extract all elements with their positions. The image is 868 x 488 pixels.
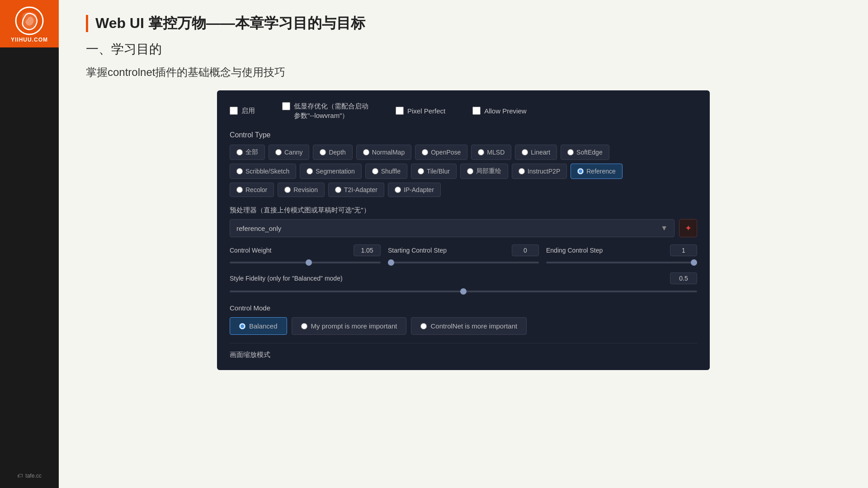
style-fidelity-row: Style Fidelity (only for "Balanced" mode… xyxy=(230,272,697,296)
starting-step-header: Starting Control Step 0 xyxy=(388,244,539,256)
mode-buttons-row: Balanced My prompt is more important Con… xyxy=(230,317,697,335)
bottom-brand-icon: 🏷 xyxy=(17,473,23,479)
ctrl-type-shuffle[interactable]: Shuffle xyxy=(365,164,407,179)
enable-label: 启用 xyxy=(241,107,255,115)
ctrl-type-scribble[interactable]: Scribble/Sketch xyxy=(230,164,296,179)
ending-step-slider-wrapper[interactable] xyxy=(546,258,697,267)
ctrl-type-depth[interactable]: Depth xyxy=(313,145,352,160)
mode-controlnet-label: ControlNet is more important xyxy=(430,322,517,330)
main-content: Web UI 掌控万物——本章学习目的与目标 一、学习目的 掌握controln… xyxy=(59,0,868,488)
dropdown-arrow-icon: ▼ xyxy=(660,224,668,232)
allow-preview-checkbox[interactable] xyxy=(472,107,481,115)
ctrl-type-softedge[interactable]: SoftEdge xyxy=(561,145,609,160)
ctrl-type-reference[interactable]: Reference xyxy=(571,164,623,179)
lowvram-label: 低显存优化（需配合启动参数"--lowvram"） xyxy=(294,101,368,120)
resize-label: 画面缩放模式 xyxy=(230,343,697,359)
ctrl-type-tileblur[interactable]: Tile/Blur xyxy=(411,164,457,179)
star-button[interactable]: ✦ xyxy=(679,219,697,237)
starting-step-slider[interactable] xyxy=(388,262,539,263)
ending-step-label: Ending Control Step xyxy=(546,247,603,254)
ctrl-type-recolor[interactable]: Recolor xyxy=(230,183,274,197)
bottom-brand-text: tafe.cc xyxy=(25,473,41,479)
pixel-perfect-checkbox[interactable] xyxy=(396,107,404,115)
ctrl-type-canny[interactable]: Canny xyxy=(269,145,309,160)
control-weight-slider-wrapper[interactable] xyxy=(230,258,381,267)
control-mode-label: Control Mode xyxy=(230,304,697,312)
pixel-perfect-label: Pixel Perfect xyxy=(407,107,445,115)
ctrl-type-ipadapter[interactable]: IP-Adapter xyxy=(388,183,441,197)
ctrl-type-openpose[interactable]: OpenPose xyxy=(415,145,467,160)
top-options-row: 启用 低显存优化（需配合启动参数"--lowvram"） Pixel Perfe… xyxy=(230,101,697,120)
mode-my-prompt-label: My prompt is more important xyxy=(311,322,397,330)
control-type-row3: Recolor Revision T2I-Adapter IP-Adapter xyxy=(230,183,697,197)
bottom-logo: 🏷 tafe.cc xyxy=(0,473,59,479)
control-type-row2: Scribble/Sketch Segmentation Shuffle Til… xyxy=(230,164,697,179)
preprocessor-label: 预处理器（直接上传模式图或草稿时可选"无"） xyxy=(230,206,697,215)
mode-controlnet-radio[interactable] xyxy=(420,323,427,329)
enable-checkbox[interactable] xyxy=(230,107,238,115)
ending-step-slider[interactable] xyxy=(546,262,697,263)
controlnet-panel: 启用 低显存优化（需配合启动参数"--lowvram"） Pixel Perfe… xyxy=(217,90,710,370)
mode-balanced-radio[interactable] xyxy=(239,323,245,329)
ctrl-type-revision[interactable]: Revision xyxy=(278,183,325,197)
ctrl-type-lineart[interactable]: Lineart xyxy=(515,145,557,160)
ctrl-type-instructp2p[interactable]: InstructP2P xyxy=(512,164,567,179)
ending-step-header: Ending Control Step 1 xyxy=(546,244,697,256)
ending-step-col: Ending Control Step 1 xyxy=(546,244,697,267)
mode-balanced-label: Balanced xyxy=(249,322,278,330)
page-title-row: Web UI 掌控万物——本章学习目的与目标 xyxy=(86,14,841,33)
allow-preview-label: Allow Preview xyxy=(484,107,526,115)
starting-step-col: Starting Control Step 0 xyxy=(388,244,539,267)
lowvram-checkbox[interactable] xyxy=(282,102,290,110)
subtitle: 掌握controlnet插件的基础概念与使用技巧 xyxy=(86,65,841,80)
allow-preview-checkbox-item[interactable]: Allow Preview xyxy=(472,107,526,115)
ctrl-type-mlsd[interactable]: MLSD xyxy=(471,145,511,160)
preprocessor-select-box[interactable]: reference_only ▼ xyxy=(230,219,675,237)
ctrl-type-all[interactable]: 全部 xyxy=(230,145,265,160)
control-type-label: Control Type xyxy=(230,131,697,139)
preprocessor-select-row: reference_only ▼ ✦ xyxy=(230,219,697,237)
ctrl-type-t2i[interactable]: T2I-Adapter xyxy=(328,183,384,197)
pixel-perfect-checkbox-item[interactable]: Pixel Perfect xyxy=(396,107,445,115)
style-fidelity-slider[interactable] xyxy=(230,291,697,292)
mode-balanced[interactable]: Balanced xyxy=(230,317,287,335)
mode-controlnet[interactable]: ControlNet is more important xyxy=(411,317,527,335)
three-sliders-section: Control Weight 1.05 Starting Control Ste… xyxy=(230,244,697,267)
starting-step-value: 0 xyxy=(512,244,539,256)
starting-step-slider-wrapper[interactable] xyxy=(388,258,539,267)
control-type-row1: 全部 Canny Depth NormalMap OpenPose xyxy=(230,145,697,160)
style-fidelity-header: Style Fidelity (only for "Balanced" mode… xyxy=(230,272,697,284)
title-bar-decoration xyxy=(86,15,88,32)
ctrl-type-normalmap[interactable]: NormalMap xyxy=(356,145,411,160)
control-mode-section: Control Mode Balanced My prompt is more … xyxy=(230,304,697,335)
style-fidelity-slider-wrapper[interactable] xyxy=(230,287,697,296)
ctrl-type-segmentation[interactable]: Segmentation xyxy=(300,164,361,179)
ctrl-type-localrepaint[interactable]: 局部重绘 xyxy=(460,164,508,179)
mode-my-prompt-radio[interactable] xyxy=(301,323,307,329)
lowvram-checkbox-item[interactable]: 低显存优化（需配合启动参数"--lowvram"） xyxy=(282,101,368,120)
mode-my-prompt[interactable]: My prompt is more important xyxy=(292,317,407,335)
page-title: Web UI 掌控万物——本章学习目的与目标 xyxy=(95,14,365,33)
ending-step-value: 1 xyxy=(670,244,697,256)
starting-step-label: Starting Control Step xyxy=(388,247,447,254)
control-weight-value: 1.05 xyxy=(354,244,381,256)
logo-text: YIIHUU.COM xyxy=(11,37,48,43)
control-weight-slider[interactable] xyxy=(230,262,381,263)
control-weight-label: Control Weight xyxy=(230,247,271,254)
enable-checkbox-item[interactable]: 启用 xyxy=(230,107,255,115)
star-icon: ✦ xyxy=(685,223,692,233)
logo-box[interactable]: YIIHUU.COM xyxy=(0,0,59,47)
style-fidelity-value: 0.5 xyxy=(670,272,697,284)
style-fidelity-label: Style Fidelity (only for "Balanced" mode… xyxy=(230,275,343,282)
control-weight-col: Control Weight 1.05 xyxy=(230,244,381,267)
sidebar: YIIHUU.COM 🏷 tafe.cc xyxy=(0,0,59,488)
control-weight-header: Control Weight 1.05 xyxy=(230,244,381,256)
preprocessor-select[interactable]: reference_only xyxy=(236,225,660,232)
section-title: 一、学习目的 xyxy=(86,41,841,58)
preprocessor-section: 预处理器（直接上传模式图或草稿时可选"无"） reference_only ▼ … xyxy=(230,206,697,237)
